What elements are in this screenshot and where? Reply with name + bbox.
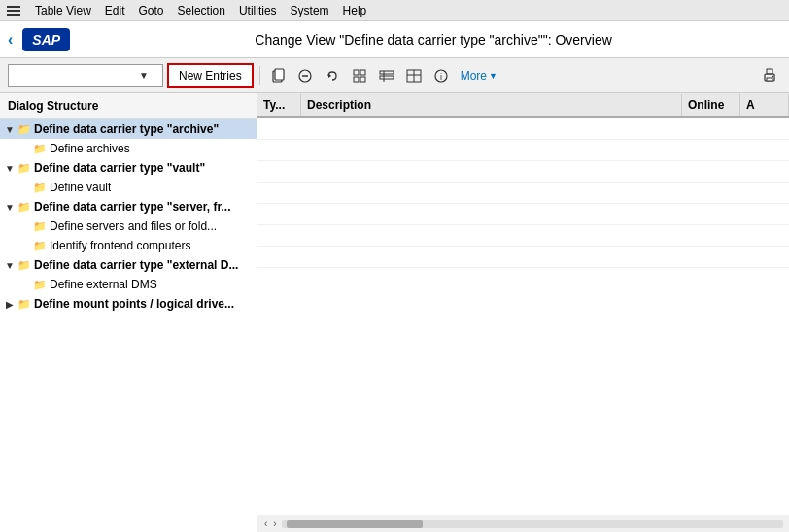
menu-bar: Table View Edit Goto Selection Utilities… [0, 0, 789, 21]
svg-rect-7 [354, 77, 359, 82]
left-panel: Dialog Structure ▼📁Define data carrier t… [0, 93, 257, 532]
folder-icon: 📁 [33, 143, 47, 155]
back-button[interactable]: ‹ [8, 31, 13, 49]
tree-item[interactable]: 📁Identify frontend computers [0, 236, 257, 255]
table-header: Ty... Description Online A [257, 93, 789, 118]
tree-expand-icon: ▼ [4, 163, 16, 174]
title-bar: ‹ SAP Change View "Define data carrier t… [0, 21, 789, 58]
table-row[interactable] [257, 204, 789, 225]
dropdown-selector[interactable]: ▼ [8, 64, 163, 87]
tree-item[interactable]: 📁Define external DMS [0, 275, 257, 294]
scroll-thumb[interactable] [287, 520, 423, 528]
tree-item-label: Define data carrier type "archive" [34, 122, 219, 136]
menu-goto[interactable]: Goto [133, 2, 170, 19]
info-icon: i [433, 68, 449, 83]
tree-item-label: Define data carrier type "vault" [34, 161, 205, 175]
menu-help[interactable]: Help [337, 2, 373, 19]
menu-selection[interactable]: Selection [172, 2, 231, 19]
folder-icon: 📁 [17, 259, 31, 272]
toolbar-right [758, 64, 781, 87]
folder-icon: 📁 [17, 123, 31, 136]
delete-icon-button[interactable] [293, 64, 317, 87]
grid3-icon [406, 68, 422, 83]
svg-rect-10 [380, 76, 394, 79]
scroll-left-arrow[interactable]: ‹ [261, 518, 270, 529]
page-title: Change View "Define data carrier type "a… [86, 32, 781, 48]
grid3-icon-button[interactable] [402, 64, 426, 87]
table-row[interactable] [257, 161, 789, 183]
copy-icon-button[interactable] [266, 64, 290, 87]
svg-rect-18 [767, 69, 772, 74]
svg-rect-9 [380, 71, 394, 74]
tree-item[interactable]: ▼📁Define data carrier type "external D..… [0, 255, 257, 275]
svg-text:i: i [440, 72, 442, 82]
grid1-icon-button[interactable] [348, 64, 371, 87]
tree-item-label: Define data carrier type "server, fr... [34, 200, 230, 214]
folder-icon: 📁 [17, 201, 31, 214]
tree-expand-icon: ▼ [4, 124, 16, 135]
svg-point-20 [772, 75, 773, 77]
menu-system[interactable]: System [285, 2, 335, 19]
tree-expand-icon: ▶ [4, 299, 16, 310]
menu-table-view[interactable]: Table View [29, 2, 97, 19]
folder-icon: 📁 [33, 182, 47, 194]
dropdown-input[interactable] [13, 69, 139, 83]
svg-marker-4 [328, 73, 331, 78]
horizontal-scrollbar[interactable]: ‹ › [257, 515, 789, 532]
tree-expand-icon: ▼ [4, 260, 16, 271]
tree-item[interactable]: ▼📁Define data carrier type "vault" [0, 158, 257, 178]
print-button[interactable] [758, 64, 781, 87]
grid1-icon [352, 68, 367, 83]
tree-item-label: Identify frontend computers [50, 239, 190, 252]
tree-item-label: Define archives [50, 142, 130, 155]
tree-item-label: Define vault [50, 181, 111, 194]
table-row[interactable] [257, 183, 789, 204]
delete-icon [297, 68, 313, 83]
tree-item[interactable]: ▼📁Define data carrier type "archive" [0, 119, 257, 139]
undo-icon-button[interactable] [321, 64, 344, 87]
new-entries-button[interactable]: New Entries [167, 63, 254, 88]
tree-item[interactable]: 📁Define vault [0, 178, 257, 197]
column-header-online: Online [682, 94, 740, 116]
print-icon [762, 68, 777, 83]
folder-icon: 📁 [17, 298, 31, 311]
folder-icon: 📁 [33, 240, 47, 252]
column-header-type: Ty... [257, 94, 301, 116]
toolbar: ▼ New Entries [0, 58, 789, 93]
tree-item[interactable]: ▼📁Define data carrier type "server, fr..… [0, 197, 257, 216]
tree-container: ▼📁Define data carrier type "archive"📁Def… [0, 119, 257, 314]
main-content: Dialog Structure ▼📁Define data carrier t… [0, 93, 789, 532]
table-row[interactable] [257, 247, 789, 268]
table-row[interactable] [257, 140, 789, 161]
svg-rect-19 [767, 78, 772, 81]
copy-icon [270, 68, 286, 83]
more-button[interactable]: More ▼ [457, 67, 501, 84]
right-panel: Ty... Description Online A ‹ › [257, 93, 789, 532]
grid2-icon [379, 68, 394, 83]
column-header-arch: A [740, 94, 789, 116]
sap-logo: SAP [22, 28, 70, 51]
scroll-track[interactable] [282, 520, 783, 528]
table-row[interactable] [257, 118, 789, 140]
grid2-icon-button[interactable] [375, 64, 398, 87]
folder-icon: 📁 [33, 220, 47, 233]
chevron-down-icon: ▼ [139, 70, 149, 81]
undo-icon [325, 68, 340, 83]
hamburger-menu[interactable] [4, 3, 23, 18]
table-body [257, 118, 789, 515]
tree-item-label: Define servers and files or fold... [50, 219, 217, 233]
menu-utilities[interactable]: Utilities [233, 2, 283, 19]
tree-item-label: Define external DMS [50, 278, 157, 291]
tree-item[interactable]: 📁Define archives [0, 139, 257, 158]
svg-rect-6 [360, 70, 365, 75]
tree-item[interactable]: 📁Define servers and files or fold... [0, 216, 257, 236]
info-icon-button[interactable]: i [429, 64, 453, 87]
tree-item[interactable]: ▶📁Define mount points / logical drive... [0, 294, 257, 314]
more-chevron-icon: ▼ [489, 71, 497, 81]
toolbar-separator-1 [259, 66, 260, 85]
table-row[interactable] [257, 225, 789, 247]
svg-rect-5 [354, 70, 359, 75]
scroll-right-arrow[interactable]: › [270, 518, 279, 529]
more-label: More [461, 69, 487, 83]
menu-edit[interactable]: Edit [99, 2, 131, 19]
